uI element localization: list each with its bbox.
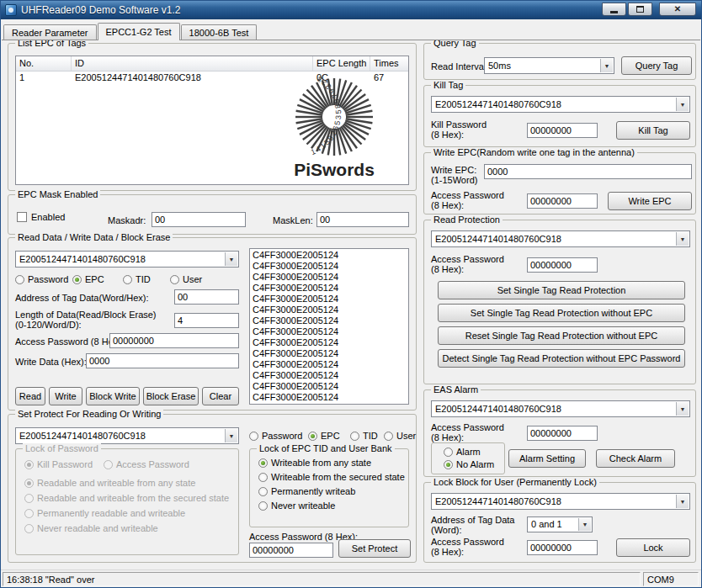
- result-line[interactable]: C4FF3000E2005124: [250, 315, 408, 326]
- radio-bank-password[interactable]: Password: [15, 274, 68, 284]
- radio-label: User: [396, 431, 416, 441]
- titlebar[interactable]: UHFReader09 Demo Software v1.2 ✕: [1, 1, 701, 19]
- radio-no-alarm[interactable]: No Alarm: [444, 459, 494, 469]
- radio-bank-tid[interactable]: TID: [123, 274, 151, 284]
- result-line[interactable]: C4FF3000E2005124: [250, 250, 408, 261]
- set-read-protection-button[interactable]: Set Single Tag Read Protection: [438, 281, 685, 299]
- write-data-input[interactable]: [86, 353, 239, 368]
- read-interval-combo[interactable]: 50ms ▼: [484, 57, 614, 74]
- write-data-label: Write Data (Hex):: [15, 357, 87, 367]
- length-input[interactable]: [174, 313, 239, 328]
- tag-select-combo[interactable]: E2005124471401480760C918 ▼: [431, 96, 690, 113]
- tab-18000-6b-test[interactable]: 18000-6B Test: [181, 24, 258, 40]
- group-list-epc-of-tags: List EPC of Tags No. ID EPC Length Times…: [8, 43, 417, 191]
- chevron-down-icon[interactable]: ▼: [225, 252, 237, 266]
- reset-read-protection-no-epc-button[interactable]: Reset Single Tag Read Protection without…: [438, 326, 685, 345]
- result-line[interactable]: C4FF3000E2005124: [250, 348, 408, 359]
- read-button[interactable]: Read: [15, 387, 45, 405]
- chevron-down-icon[interactable]: ▼: [578, 518, 591, 531]
- minimize-button[interactable]: [602, 3, 626, 16]
- read-result-listbox[interactable]: C4FF3000E2005124 C4FF3000E2005124 C4FF30…: [249, 248, 409, 405]
- checkbox-box-icon[interactable]: [17, 212, 27, 222]
- chevron-down-icon[interactable]: ▼: [676, 495, 689, 508]
- clear-button[interactable]: Clear: [202, 387, 239, 405]
- tab-epcc1-g2-test[interactable]: EPCC1-G2 Test: [98, 23, 180, 40]
- result-line[interactable]: C4FF3000E2005124: [250, 392, 408, 403]
- set-read-protection-no-epc-button[interactable]: Set Single Tag Read Protection without E…: [438, 304, 685, 322]
- result-line[interactable]: C4FF3000E2005124: [250, 261, 408, 272]
- kill-tag-button[interactable]: Kill Tag: [616, 121, 690, 140]
- group-title: Lock of Password: [23, 443, 101, 453]
- maximize-button[interactable]: [628, 3, 652, 16]
- window-title: UHFReader09 Demo Software v1.2: [21, 4, 180, 16]
- radio-bank-user[interactable]: User: [170, 274, 202, 284]
- radio-bank-tid[interactable]: TID: [350, 431, 378, 441]
- column-header-no[interactable]: No.: [16, 56, 72, 71]
- chevron-down-icon[interactable]: ▼: [676, 232, 689, 246]
- kill-password-label-line1: Kill Password: [431, 119, 487, 130]
- radio-lockbank-option-1[interactable]: Writeable from the secured state: [258, 472, 405, 482]
- access-password-input[interactable]: [249, 543, 333, 558]
- address-word-combo[interactable]: 0 and 1 ▼: [527, 516, 593, 532]
- check-alarm-button[interactable]: Check Alarm: [596, 449, 675, 468]
- radio-label: Readable and writeable from the secured …: [37, 493, 229, 503]
- tag-select-combo[interactable]: E2005124471401480760C918 ▼: [15, 251, 239, 268]
- block-write-button[interactable]: Block Write: [86, 387, 140, 405]
- address-input[interactable]: [174, 289, 239, 305]
- enabled-checkbox[interactable]: Enabled: [17, 212, 65, 222]
- radio-bank-user[interactable]: User: [384, 431, 416, 441]
- chevron-down-icon[interactable]: ▼: [676, 98, 689, 111]
- epc-tag-table[interactable]: No. ID EPC Length Times 1 E2005124471401…: [15, 56, 409, 185]
- access-password-input[interactable]: [527, 540, 598, 555]
- result-line[interactable]: C4FF3000E2005124: [250, 283, 408, 294]
- write-button[interactable]: Write: [49, 387, 82, 405]
- write-epc-input[interactable]: [484, 164, 692, 179]
- chevron-down-icon[interactable]: ▼: [600, 59, 613, 72]
- group-lock-of-bank: Lock of EPC TID and User Bank Writeable …: [249, 448, 409, 527]
- result-line[interactable]: C4FF3000E2005124: [250, 272, 408, 283]
- set-protect-button[interactable]: Set Protect: [338, 539, 411, 558]
- column-header-id[interactable]: ID: [72, 56, 313, 71]
- result-line[interactable]: C4FF3000E2005124: [250, 370, 408, 381]
- radio-lockbank-option-0[interactable]: Writeable from any state: [258, 458, 371, 468]
- tab-reader-parameter[interactable]: Reader Parameter: [3, 24, 97, 40]
- radio-bank-epc[interactable]: EPC: [308, 431, 340, 441]
- radio-bank-epc[interactable]: EPC: [72, 274, 104, 284]
- block-erase-button[interactable]: Block Erase: [143, 387, 199, 405]
- watermark-text: PiSwords: [294, 160, 375, 179]
- alarm-setting-button[interactable]: Alarm Setting: [508, 449, 586, 468]
- maskadr-input[interactable]: [152, 212, 246, 227]
- detect-read-protection-no-epc-button[interactable]: Detect Single Tag Read Protection withou…: [438, 349, 685, 368]
- radio-lockbank-option-2[interactable]: Permanently writeab: [258, 486, 355, 496]
- result-line[interactable]: C4FF3000E2005124: [250, 381, 408, 392]
- tag-select-combo[interactable]: E2005124471401480760C918 ▼: [431, 230, 690, 247]
- access-password-input[interactable]: [527, 193, 598, 209]
- column-header-epc-length[interactable]: EPC Length: [313, 56, 370, 71]
- tab-label: 18000-6B Test: [189, 28, 249, 38]
- access-password-input[interactable]: [109, 333, 239, 348]
- tag-select-combo[interactable]: E2005124471401480760C918 ▼: [431, 493, 690, 510]
- close-button[interactable]: ✕: [659, 3, 696, 16]
- write-epc-button[interactable]: Write EPC: [608, 192, 692, 210]
- result-line[interactable]: C4FF3000E2005124: [250, 337, 408, 348]
- radio-alarm[interactable]: Alarm: [444, 447, 481, 457]
- radio-lockbank-option-3[interactable]: Never writeable: [258, 501, 335, 511]
- lock-button[interactable]: Lock: [616, 538, 690, 557]
- column-header-times[interactable]: Times: [370, 56, 408, 71]
- radio-kill-password: Kill Password: [24, 459, 93, 469]
- result-line[interactable]: C4FF3000E2005124: [250, 305, 408, 315]
- query-tag-button[interactable]: Query Tag: [621, 56, 692, 75]
- result-line[interactable]: C4FF3000E2005124: [250, 326, 408, 337]
- access-password-input[interactable]: [527, 426, 598, 441]
- tag-select-combo[interactable]: E2005124471401480760C918 ▼: [431, 400, 690, 417]
- chevron-down-icon[interactable]: ▼: [225, 429, 237, 442]
- radio-bank-password[interactable]: Password: [249, 431, 302, 441]
- chevron-down-icon[interactable]: ▼: [676, 402, 689, 416]
- result-line[interactable]: C4FF3000E2005124: [250, 294, 408, 305]
- result-line[interactable]: C4FF3000E2005124: [250, 359, 408, 370]
- kill-password-input[interactable]: [527, 123, 598, 138]
- tag-select-combo[interactable]: E2005124471401480760C918 ▼: [15, 427, 239, 444]
- table-row[interactable]: 1 E2005124471401480760C918 0C 67: [16, 72, 408, 85]
- masklen-input[interactable]: [316, 212, 409, 227]
- access-password-input[interactable]: [527, 257, 598, 273]
